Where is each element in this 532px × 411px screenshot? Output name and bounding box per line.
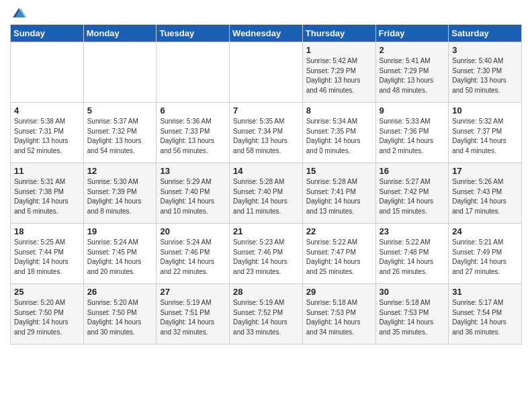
calendar-cell: 27Sunrise: 5:19 AM Sunset: 7:51 PM Dayli… [157,284,230,345]
day-number: 22 [306,226,372,236]
day-info: Sunrise: 5:25 AM Sunset: 7:44 PM Dayligh… [14,238,80,277]
logo-icon [11,7,26,19]
day-number: 28 [233,287,299,297]
day-number: 23 [380,226,445,236]
day-info: Sunrise: 5:26 AM Sunset: 7:43 PM Dayligh… [452,177,518,216]
day-number: 2 [380,45,445,55]
day-info: Sunrise: 5:31 AM Sunset: 7:38 PM Dayligh… [14,177,80,216]
day-number: 18 [14,226,80,236]
calendar-cell: 22Sunrise: 5:22 AM Sunset: 7:47 PM Dayli… [302,224,375,284]
calendar-cell: 9Sunrise: 5:33 AM Sunset: 7:36 PM Daylig… [375,103,449,163]
calendar-cell: 11Sunrise: 5:31 AM Sunset: 7:38 PM Dayli… [11,163,84,224]
day-number: 17 [452,166,518,176]
day-info: Sunrise: 5:35 AM Sunset: 7:34 PM Dayligh… [233,117,299,156]
calendar-week-row: 25Sunrise: 5:20 AM Sunset: 7:50 PM Dayli… [11,284,522,345]
calendar-week-row: 18Sunrise: 5:25 AM Sunset: 7:44 PM Dayli… [11,224,522,284]
calendar-cell [11,42,84,103]
day-info: Sunrise: 5:19 AM Sunset: 7:51 PM Dayligh… [160,298,226,337]
day-info: Sunrise: 5:22 AM Sunset: 7:48 PM Dayligh… [380,238,445,277]
day-info: Sunrise: 5:28 AM Sunset: 7:41 PM Dayligh… [306,177,372,216]
calendar-cell: 16Sunrise: 5:27 AM Sunset: 7:42 PM Dayli… [375,163,449,224]
day-info: Sunrise: 5:27 AM Sunset: 7:42 PM Dayligh… [380,177,445,216]
day-info: Sunrise: 5:32 AM Sunset: 7:37 PM Dayligh… [452,117,518,156]
day-of-week-header: Thursday [302,25,375,42]
day-info: Sunrise: 5:20 AM Sunset: 7:50 PM Dayligh… [14,298,80,337]
day-of-week-header: Sunday [11,25,84,42]
calendar-cell: 10Sunrise: 5:32 AM Sunset: 7:37 PM Dayli… [449,103,522,163]
day-number: 25 [14,287,80,297]
day-number: 1 [306,45,372,55]
day-number: 6 [160,105,226,116]
day-info: Sunrise: 5:22 AM Sunset: 7:47 PM Dayligh… [306,238,372,277]
day-number: 10 [452,105,518,116]
day-info: Sunrise: 5:36 AM Sunset: 7:33 PM Dayligh… [160,117,226,156]
day-number: 13 [160,166,226,176]
calendar-cell: 17Sunrise: 5:26 AM Sunset: 7:43 PM Dayli… [449,163,522,224]
day-number: 29 [306,287,372,297]
day-info: Sunrise: 5:41 AM Sunset: 7:29 PM Dayligh… [380,56,445,95]
day-number: 4 [14,105,80,116]
calendar-cell: 18Sunrise: 5:25 AM Sunset: 7:44 PM Dayli… [11,224,84,284]
day-of-week-header: Saturday [449,25,522,42]
day-number: 15 [306,166,372,176]
calendar-cell: 15Sunrise: 5:28 AM Sunset: 7:41 PM Dayli… [302,163,375,224]
calendar-cell: 19Sunrise: 5:24 AM Sunset: 7:45 PM Dayli… [83,224,157,284]
day-info: Sunrise: 5:19 AM Sunset: 7:52 PM Dayligh… [233,298,299,337]
day-info: Sunrise: 5:24 AM Sunset: 7:46 PM Dayligh… [160,238,226,277]
calendar-cell: 28Sunrise: 5:19 AM Sunset: 7:52 PM Dayli… [230,284,303,345]
calendar-cell: 26Sunrise: 5:20 AM Sunset: 7:50 PM Dayli… [83,284,157,345]
calendar-cell: 31Sunrise: 5:17 AM Sunset: 7:54 PM Dayli… [449,284,522,345]
day-number: 8 [306,105,372,116]
day-info: Sunrise: 5:40 AM Sunset: 7:30 PM Dayligh… [452,56,518,95]
calendar-page: SundayMondayTuesdayWednesdayThursdayFrid… [0,0,532,351]
day-info: Sunrise: 5:21 AM Sunset: 7:49 PM Dayligh… [452,238,518,277]
day-number: 12 [87,166,153,176]
day-number: 30 [380,287,445,297]
day-info: Sunrise: 5:20 AM Sunset: 7:50 PM Dayligh… [87,298,153,337]
day-info: Sunrise: 5:33 AM Sunset: 7:36 PM Dayligh… [380,117,445,156]
day-of-week-header: Wednesday [230,25,303,42]
day-info: Sunrise: 5:18 AM Sunset: 7:53 PM Dayligh… [380,298,445,337]
day-number: 3 [452,45,518,55]
day-number: 14 [233,166,299,176]
calendar-cell: 23Sunrise: 5:22 AM Sunset: 7:48 PM Dayli… [375,224,449,284]
calendar-cell: 25Sunrise: 5:20 AM Sunset: 7:50 PM Dayli… [11,284,84,345]
day-number: 31 [452,287,518,297]
day-info: Sunrise: 5:24 AM Sunset: 7:45 PM Dayligh… [87,238,153,277]
calendar-cell: 1Sunrise: 5:42 AM Sunset: 7:29 PM Daylig… [302,42,375,103]
day-of-week-header: Tuesday [157,25,230,42]
day-number: 5 [87,105,153,116]
day-number: 16 [380,166,445,176]
day-number: 11 [14,166,80,176]
calendar-cell: 30Sunrise: 5:18 AM Sunset: 7:53 PM Dayli… [375,284,449,345]
calendar-cell: 13Sunrise: 5:29 AM Sunset: 7:40 PM Dayli… [157,163,230,224]
calendar-cell: 4Sunrise: 5:38 AM Sunset: 7:31 PM Daylig… [11,103,84,163]
calendar-cell: 7Sunrise: 5:35 AM Sunset: 7:34 PM Daylig… [230,103,303,163]
day-info: Sunrise: 5:28 AM Sunset: 7:40 PM Dayligh… [233,177,299,216]
calendar-cell: 29Sunrise: 5:18 AM Sunset: 7:53 PM Dayli… [302,284,375,345]
day-info: Sunrise: 5:30 AM Sunset: 7:39 PM Dayligh… [87,177,153,216]
calendar-week-row: 1Sunrise: 5:42 AM Sunset: 7:29 PM Daylig… [11,42,522,103]
day-number: 9 [380,105,445,116]
day-number: 20 [160,226,226,236]
header-row: SundayMondayTuesdayWednesdayThursdayFrid… [11,25,522,42]
day-info: Sunrise: 5:37 AM Sunset: 7:32 PM Dayligh… [87,117,153,156]
day-info: Sunrise: 5:23 AM Sunset: 7:46 PM Dayligh… [233,238,299,277]
day-number: 24 [452,226,518,236]
day-info: Sunrise: 5:29 AM Sunset: 7:40 PM Dayligh… [160,177,226,216]
day-info: Sunrise: 5:18 AM Sunset: 7:53 PM Dayligh… [306,298,372,337]
calendar-table: SundayMondayTuesdayWednesdayThursdayFrid… [10,24,522,345]
calendar-cell: 20Sunrise: 5:24 AM Sunset: 7:46 PM Dayli… [157,224,230,284]
day-info: Sunrise: 5:17 AM Sunset: 7:54 PM Dayligh… [452,298,518,337]
day-of-week-header: Monday [83,25,157,42]
day-number: 26 [87,287,153,297]
header [10,7,522,19]
day-number: 19 [87,226,153,236]
calendar-cell: 14Sunrise: 5:28 AM Sunset: 7:40 PM Dayli… [230,163,303,224]
calendar-cell: 5Sunrise: 5:37 AM Sunset: 7:32 PM Daylig… [83,103,157,163]
day-number: 21 [233,226,299,236]
calendar-cell: 6Sunrise: 5:36 AM Sunset: 7:33 PM Daylig… [157,103,230,163]
day-info: Sunrise: 5:34 AM Sunset: 7:35 PM Dayligh… [306,117,372,156]
calendar-cell: 3Sunrise: 5:40 AM Sunset: 7:30 PM Daylig… [449,42,522,103]
day-of-week-header: Friday [375,25,449,42]
